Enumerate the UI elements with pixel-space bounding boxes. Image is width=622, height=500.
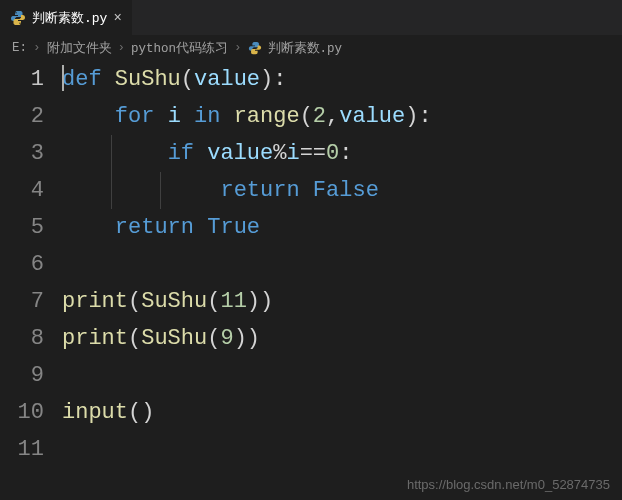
token-kw: return — [220, 178, 299, 203]
text-cursor — [62, 65, 64, 91]
line-number: 11 — [0, 431, 44, 468]
line-number: 9 — [0, 357, 44, 394]
token-punc — [102, 67, 115, 92]
token-punc — [181, 104, 194, 129]
line-number: 5 — [0, 209, 44, 246]
token-punc — [194, 215, 207, 240]
token-bool: False — [313, 178, 379, 203]
token-num: 2 — [313, 104, 326, 129]
indent-guide — [111, 135, 112, 172]
token-op: == — [300, 141, 326, 166]
token-kw: def — [62, 67, 102, 92]
token-punc — [194, 141, 207, 166]
line-number-gutter: 1234567891011 — [0, 61, 62, 468]
watermark-text: https://blog.csdn.net/m0_52874735 — [407, 477, 610, 492]
python-file-icon — [248, 41, 262, 55]
indent-whitespace — [62, 178, 220, 203]
token-kw: if — [168, 141, 194, 166]
token-num: 0 — [326, 141, 339, 166]
code-line[interactable] — [62, 357, 622, 394]
token-num: 11 — [220, 289, 246, 314]
token-var: i — [286, 141, 299, 166]
token-op: % — [273, 141, 286, 166]
chevron-right-icon: › — [234, 41, 242, 55]
token-fn: SuShu — [141, 289, 207, 314]
token-punc: : — [339, 141, 352, 166]
code-line[interactable]: print(SuShu(9)) — [62, 320, 622, 357]
breadcrumb-part[interactable]: python代码练习 — [131, 40, 228, 57]
token-kw: return — [115, 215, 194, 240]
tab-bar: 判断素数.py × — [0, 0, 622, 35]
tab-filename: 判断素数.py — [32, 9, 107, 27]
chevron-right-icon: › — [118, 41, 126, 55]
token-punc: ) — [247, 289, 260, 314]
indent-whitespace — [62, 141, 168, 166]
token-var: value — [194, 67, 260, 92]
code-line[interactable]: input() — [62, 394, 622, 431]
token-punc: ( — [128, 289, 141, 314]
token-var: i — [168, 104, 181, 129]
token-punc: : — [418, 104, 431, 129]
line-number: 8 — [0, 320, 44, 357]
token-punc: : — [273, 67, 286, 92]
code-line[interactable]: return True — [62, 209, 622, 246]
line-number: 2 — [0, 98, 44, 135]
token-kw: in — [194, 104, 220, 129]
breadcrumb[interactable]: E: › 附加文件夹 › python代码练习 › 判断素数.py — [0, 35, 622, 61]
indent-guide — [111, 172, 112, 209]
token-fn: input — [62, 400, 128, 425]
token-fn: range — [234, 104, 300, 129]
chevron-right-icon: › — [33, 41, 41, 55]
breadcrumb-part[interactable]: E: — [12, 41, 27, 55]
token-fn: print — [62, 326, 128, 351]
token-punc: ( — [300, 104, 313, 129]
code-line[interactable]: if value%i==0: — [62, 135, 622, 172]
code-line[interactable] — [62, 431, 622, 468]
token-kw: for — [115, 104, 155, 129]
code-line[interactable]: for i in range(2,value): — [62, 98, 622, 135]
token-punc: ) — [260, 67, 273, 92]
token-punc: ( — [181, 67, 194, 92]
svg-point-0 — [15, 12, 16, 13]
code-line[interactable]: print(SuShu(11)) — [62, 283, 622, 320]
token-var: value — [207, 141, 273, 166]
token-punc: ) — [247, 326, 260, 351]
code-line[interactable] — [62, 246, 622, 283]
line-number: 4 — [0, 172, 44, 209]
token-punc: , — [326, 104, 339, 129]
token-punc: ( — [128, 326, 141, 351]
svg-point-1 — [19, 22, 20, 23]
line-number: 10 — [0, 394, 44, 431]
line-number: 1 — [0, 61, 44, 98]
line-number: 7 — [0, 283, 44, 320]
token-punc: ( — [207, 289, 220, 314]
line-number: 3 — [0, 135, 44, 172]
close-icon[interactable]: × — [113, 10, 121, 26]
indent-guide — [160, 172, 161, 209]
token-punc: ( — [207, 326, 220, 351]
breadcrumb-part[interactable]: 附加文件夹 — [47, 40, 112, 57]
token-punc: ) — [405, 104, 418, 129]
line-number: 6 — [0, 246, 44, 283]
indent-whitespace — [62, 104, 115, 129]
code-line[interactable]: return False — [62, 172, 622, 209]
token-punc — [300, 178, 313, 203]
token-fn: SuShu — [141, 326, 207, 351]
token-punc — [220, 104, 233, 129]
tab-active[interactable]: 判断素数.py × — [0, 0, 133, 35]
token-bool: True — [207, 215, 260, 240]
token-num: 9 — [220, 326, 233, 351]
token-fn: SuShu — [115, 67, 181, 92]
code-area[interactable]: def SuShu(value): for i in range(2,value… — [62, 61, 622, 468]
indent-whitespace — [62, 215, 115, 240]
token-fn: print — [62, 289, 128, 314]
token-punc: ) — [141, 400, 154, 425]
token-punc: ) — [234, 326, 247, 351]
token-punc: ) — [260, 289, 273, 314]
code-editor[interactable]: 1234567891011 def SuShu(value): for i in… — [0, 61, 622, 468]
token-punc: ( — [128, 400, 141, 425]
breadcrumb-part[interactable]: 判断素数.py — [268, 40, 343, 57]
code-line[interactable]: def SuShu(value): — [62, 61, 622, 98]
token-var: value — [339, 104, 405, 129]
token-punc — [154, 104, 167, 129]
